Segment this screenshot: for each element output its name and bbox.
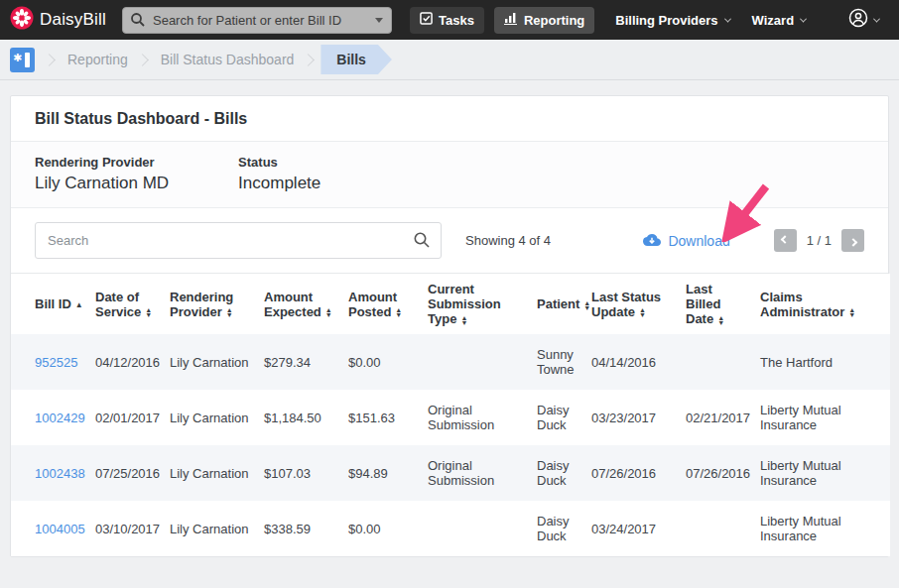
cell-rendering-provider: Lily Carnation <box>170 501 264 556</box>
cell-date-of-service: 03/10/2017 <box>95 501 170 556</box>
col-patient[interactable]: Patient▲▼ <box>537 274 591 334</box>
account-menu[interactable] <box>848 8 879 32</box>
showing-count: Showing 4 of 4 <box>465 233 551 248</box>
sort-both-icon: ▲▼ <box>639 307 646 317</box>
breadcrumb-item-reporting[interactable]: Reporting <box>67 52 128 67</box>
cell-last-status-update: 03/23/2017 <box>591 390 686 445</box>
table-toolbar: Showing 4 of 4 Download 1 / 1 <box>11 208 888 274</box>
col-bill-id[interactable]: Bill ID▲ <box>11 274 95 334</box>
chevron-right-icon <box>302 54 315 66</box>
filter-label: Status <box>238 155 321 170</box>
cell-rendering-provider: Lily Carnation <box>170 334 264 390</box>
table-search <box>35 222 442 259</box>
cell-patient: Daisy Duck <box>537 445 591 501</box>
breadcrumb-item-bills-active[interactable]: Bills <box>321 45 392 74</box>
cell-last-billed-date <box>686 334 760 390</box>
table-row: 1004005 03/10/2017 Lily Carnation $338.5… <box>11 501 890 556</box>
col-last-status-update[interactable]: Last Status Update▲▼ <box>591 274 686 334</box>
breadcrumb-home-icon[interactable]: ✱ <box>10 48 35 72</box>
col-amount-posted[interactable]: Amount Posted▲▼ <box>348 274 428 334</box>
sort-asc-icon: ▲ <box>75 300 83 309</box>
cell-date-of-service: 07/25/2016 <box>95 445 170 501</box>
col-last-billed-date[interactable]: Last Billed Date▲▼ <box>686 274 760 334</box>
table-header-row: Bill ID▲ Date of Service▲▼ Rendering Pro… <box>11 274 890 334</box>
sort-both-icon: ▲▼ <box>717 315 724 325</box>
tasks-button[interactable]: Tasks <box>410 7 484 34</box>
cell-submission-type <box>428 501 537 556</box>
wizard-label: Wizard <box>752 13 795 28</box>
bill-id-link[interactable]: 952525 <box>35 355 77 370</box>
bills-card: Bill Status Dashboard - Bills Rendering … <box>10 95 889 557</box>
cell-last-status-update: 03/24/2017 <box>591 501 686 556</box>
cell-submission-type: Original Submission <box>428 445 537 501</box>
cell-rendering-provider: Lily Carnation <box>170 445 264 501</box>
filter-value: Incomplete <box>238 174 321 193</box>
top-navbar: DaisyBill Tasks <box>0 0 899 40</box>
cell-date-of-service: 04/12/2016 <box>95 334 170 390</box>
table-search-input[interactable] <box>35 222 442 259</box>
brand-logo[interactable]: DaisyBill <box>10 6 106 34</box>
col-date-of-service[interactable]: Date of Service▲▼ <box>95 274 170 334</box>
cell-date-of-service: 02/01/2017 <box>95 390 170 445</box>
cell-last-billed-date: 02/21/2017 <box>686 390 760 445</box>
sort-both-icon: ▲▼ <box>848 307 855 317</box>
reporting-button[interactable]: Reporting <box>494 7 594 34</box>
sort-both-icon: ▲▼ <box>460 315 467 325</box>
cell-patient: Daisy Duck <box>537 390 591 445</box>
filters-summary: Rendering Provider Lily Carnation MD Sta… <box>11 142 888 208</box>
breadcrumb: ✱ Reporting Bill Status Dashboard Bills <box>0 40 899 80</box>
bills-table: Bill ID▲ Date of Service▲▼ Rendering Pro… <box>11 274 890 556</box>
cell-amount-posted: $0.00 <box>348 501 428 556</box>
billing-providers-menu[interactable]: Billing Providers <box>615 13 729 28</box>
page: DaisyBill Tasks <box>0 0 899 588</box>
global-search-input[interactable] <box>122 7 392 34</box>
bill-id-link[interactable]: 1004005 <box>35 522 85 536</box>
col-rendering-provider[interactable]: Rendering Provider▲▼ <box>170 274 264 334</box>
bill-id-link[interactable]: 1002438 <box>35 466 85 481</box>
search-dropdown-caret-icon[interactable] <box>375 18 383 23</box>
cell-submission-type: Original Submission <box>428 390 537 445</box>
cell-last-status-update: 07/26/2016 <box>591 445 686 501</box>
page-indicator: 1 / 1 <box>807 233 832 248</box>
col-claims-administrator[interactable]: Claims Administrator▲▼ <box>760 274 890 334</box>
table-row: 1002429 02/01/2017 Lily Carnation $1,184… <box>11 390 890 445</box>
cell-patient: Sunny Towne <box>537 334 591 390</box>
cell-amount-expected: $338.59 <box>264 501 348 556</box>
bill-id-link[interactable]: 1002429 <box>35 411 85 425</box>
filter-status: Status Incomplete <box>238 155 321 193</box>
breadcrumb-item-bill-status-dashboard[interactable]: Bill Status Dashboard <box>161 52 295 67</box>
reporting-label: Reporting <box>524 13 584 28</box>
chevron-left-icon <box>781 235 789 243</box>
cell-last-status-update: 04/14/2016 <box>591 334 686 390</box>
cell-amount-expected: $1,184.50 <box>264 390 348 445</box>
table-row: 952525 04/12/2016 Lily Carnation $279.34… <box>11 334 890 390</box>
checkbox-check-icon <box>420 12 433 28</box>
page-title: Bill Status Dashboard - Bills <box>11 96 888 142</box>
search-icon <box>130 12 146 32</box>
person-circle-icon <box>848 8 868 32</box>
download-label: Download <box>668 233 729 249</box>
wizard-menu[interactable]: Wizard <box>752 13 807 28</box>
cell-claims-administrator: Liberty Mutual Insurance <box>760 390 890 445</box>
bar-chart-icon <box>504 12 518 28</box>
billing-providers-label: Billing Providers <box>615 13 717 28</box>
chevron-down-icon <box>873 15 880 22</box>
chevron-right-icon <box>848 238 856 246</box>
cell-amount-posted: $94.89 <box>348 445 428 501</box>
filter-value: Lily Carnation MD <box>35 174 169 193</box>
download-link[interactable]: Download <box>643 232 729 250</box>
next-page-button[interactable] <box>841 229 864 252</box>
cell-patient: Daisy Duck <box>537 501 591 556</box>
sort-both-icon: ▲▼ <box>145 307 152 317</box>
cell-amount-expected: $279.34 <box>264 334 348 390</box>
sort-both-icon: ▲▼ <box>583 300 590 310</box>
col-amount-expected[interactable]: Amount Expected▲▼ <box>264 274 348 334</box>
cell-last-billed-date <box>686 501 760 556</box>
global-search <box>122 7 392 34</box>
cloud-download-icon <box>643 232 661 250</box>
cell-amount-expected: $107.03 <box>264 445 348 501</box>
col-current-submission-type[interactable]: Current Submission Type▲▼ <box>428 274 537 334</box>
prev-page-button[interactable] <box>774 229 797 252</box>
tasks-label: Tasks <box>439 13 474 28</box>
sort-both-icon: ▲▼ <box>226 307 233 317</box>
